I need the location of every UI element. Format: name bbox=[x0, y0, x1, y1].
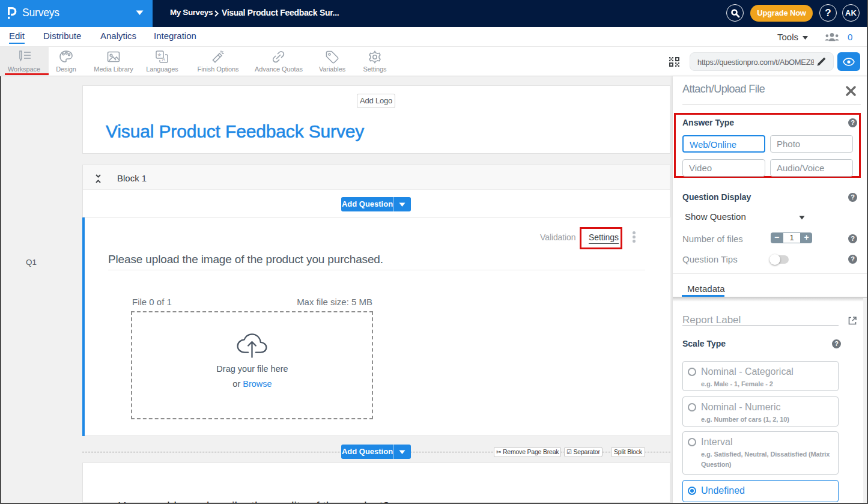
svg-text:✯: ✯ bbox=[157, 52, 162, 58]
svg-text:A: A bbox=[162, 56, 166, 62]
